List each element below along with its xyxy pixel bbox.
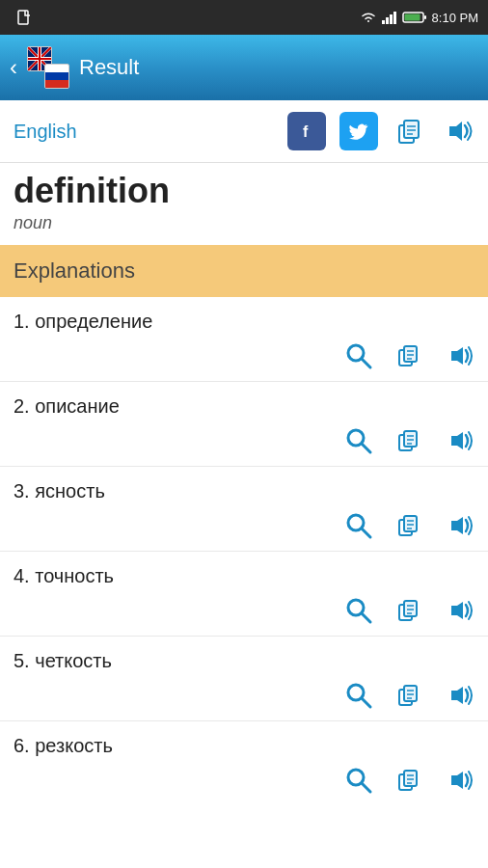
sound-icon-6[interactable] (444, 765, 474, 796)
search-icon-2[interactable] (343, 425, 374, 456)
svg-line-33 (362, 444, 370, 452)
svg-rect-1 (382, 20, 385, 24)
status-bar: 8:10 PM (0, 0, 488, 35)
definition-item-2: 2. описание (0, 382, 488, 467)
definition-text-6: 6. резкость (14, 735, 113, 756)
svg-marker-31 (451, 347, 463, 365)
definitions-list: 1. определение (0, 297, 488, 805)
svg-line-25 (362, 359, 370, 367)
svg-rect-0 (18, 11, 28, 24)
svg-rect-19 (404, 121, 419, 138)
search-icon-4[interactable] (343, 595, 374, 626)
svg-line-49 (362, 613, 370, 622)
definition-icons-5 (0, 676, 488, 720)
svg-line-57 (362, 698, 370, 707)
sound-icon-2[interactable] (444, 425, 474, 456)
explanations-header: Explanations (0, 245, 488, 297)
copy-icon-5[interactable] (393, 680, 424, 711)
content-area: English f (0, 100, 488, 868)
definition-item-1: 1. определение (0, 297, 488, 382)
facebook-button[interactable]: f (287, 112, 326, 150)
svg-rect-3 (390, 14, 393, 24)
svg-rect-4 (393, 12, 396, 24)
definition-text-2: 2. описание (14, 395, 120, 417)
sound-icon-1[interactable] (444, 340, 474, 371)
word-section: definition noun (0, 163, 488, 245)
language-label: English (14, 121, 274, 143)
notification-area (15, 9, 33, 26)
svg-line-65 (362, 783, 370, 792)
definition-text-5: 5. четкость (14, 650, 112, 671)
svg-text:f: f (303, 123, 309, 140)
sound-icon-5[interactable] (444, 680, 474, 711)
sound-button[interactable] (440, 114, 474, 149)
definition-icons-6 (0, 761, 488, 805)
copy-icon-1[interactable] (393, 340, 424, 371)
app-icon (27, 46, 69, 89)
twitter-button[interactable] (339, 112, 378, 150)
definition-text-3: 3. ясность (14, 480, 105, 502)
copy-icon-4[interactable] (393, 595, 424, 626)
definition-icons-1 (0, 337, 488, 381)
svg-marker-55 (451, 602, 463, 619)
copy-icon-3[interactable] (393, 510, 424, 541)
definition-item-4: 4. точность (0, 552, 488, 637)
search-icon-3[interactable] (343, 510, 374, 541)
copy-icon-6[interactable] (393, 765, 424, 796)
word-pos: noun (14, 213, 474, 241)
time-display: 8:10 PM (432, 11, 478, 25)
sound-icon-4[interactable] (444, 595, 474, 626)
svg-rect-16 (28, 58, 51, 60)
svg-marker-63 (451, 687, 463, 704)
language-row: English f (0, 100, 488, 163)
definition-text-4: 4. точность (14, 565, 114, 586)
definition-item-6: 6. резкость (0, 721, 488, 805)
page-title: Result (79, 55, 139, 80)
back-button[interactable]: ‹ (10, 54, 17, 81)
svg-rect-7 (404, 14, 420, 21)
definition-icons-4 (0, 591, 488, 636)
svg-marker-71 (451, 772, 463, 789)
svg-marker-47 (451, 517, 463, 534)
svg-line-41 (362, 529, 370, 537)
svg-marker-23 (449, 122, 462, 141)
status-icons: 8:10 PM (360, 11, 478, 25)
ru-flag (44, 64, 69, 89)
search-icon-1[interactable] (343, 340, 374, 371)
sound-icon-3[interactable] (444, 510, 474, 541)
definition-icons-3 (0, 506, 488, 551)
search-icon-6[interactable] (343, 765, 374, 796)
svg-rect-2 (386, 17, 389, 24)
definition-item-3: 3. ясность (0, 467, 488, 552)
definition-text-1: 1. определение (14, 311, 152, 332)
definition-icons-2 (0, 421, 488, 466)
search-icon-5[interactable] (343, 680, 374, 711)
word-text: definition (14, 171, 474, 211)
svg-rect-6 (424, 15, 426, 19)
copy-button[interactable] (392, 114, 426, 149)
copy-icon-2[interactable] (393, 425, 424, 456)
definition-item-5: 5. четкость (0, 637, 488, 721)
nav-bar: ‹ Result (0, 35, 488, 100)
svg-marker-39 (451, 432, 463, 449)
